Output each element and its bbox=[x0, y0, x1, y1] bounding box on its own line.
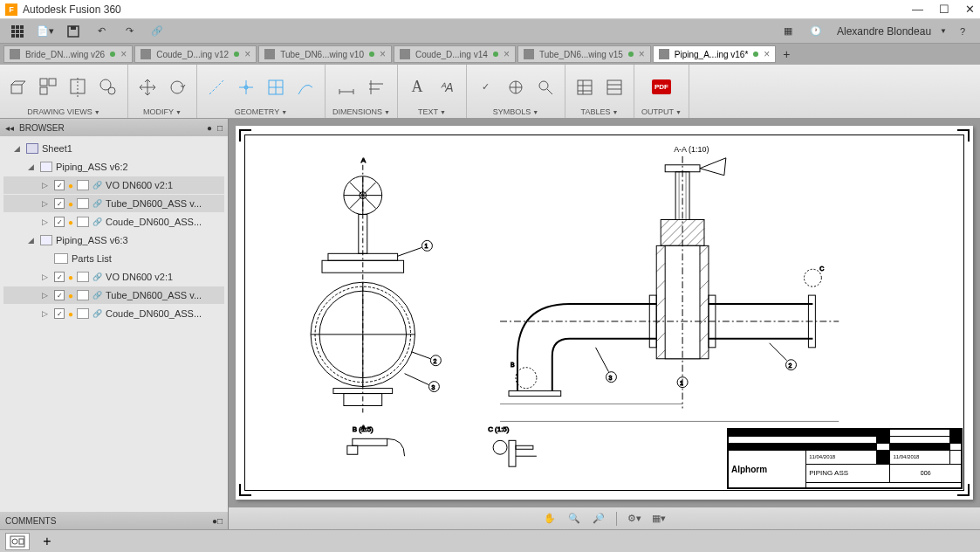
svg-text:2: 2 bbox=[433, 358, 436, 364]
tree-node[interactable]: ▷✓●🔗Coude_DN600_ASS... bbox=[3, 305, 224, 322]
centermark-pattern-button[interactable] bbox=[264, 73, 288, 101]
browser-tree[interactable]: ◢Sheet1◢Piping_ASS v6:2▷✓●🔗VO DN600 v2:1… bbox=[0, 136, 228, 512]
quick-access-bar: 📄▾ ↶ ↷ 🔗 ▦ 🕐 Alexandre Blondeau▼ ? bbox=[0, 19, 980, 44]
centerline-button[interactable] bbox=[204, 73, 229, 101]
svg-line-83 bbox=[687, 228, 704, 245]
leader-text-button[interactable]: ᴬA bbox=[435, 73, 459, 101]
detail-view-button[interactable] bbox=[96, 73, 120, 101]
svg-rect-1 bbox=[16, 25, 19, 29]
tab-coude2[interactable]: Coude_D...ing v14× bbox=[394, 45, 516, 63]
ordinate-button[interactable] bbox=[364, 73, 388, 101]
svg-point-36 bbox=[539, 81, 548, 90]
zoom-button[interactable]: 🔍 bbox=[564, 510, 585, 528]
dimension-button[interactable] bbox=[334, 73, 359, 101]
zoom-window-button[interactable]: 🔎 bbox=[588, 510, 609, 528]
tree-node[interactable]: ▷✓●🔗Tube_DN600_ASS v... bbox=[3, 286, 224, 304]
svg-rect-14 bbox=[40, 87, 47, 94]
redo-button[interactable]: ↷ bbox=[117, 22, 141, 41]
tree-node[interactable]: ▷✓●🔗VO DN600 v2:1 bbox=[3, 268, 224, 286]
close-icon[interactable]: × bbox=[504, 48, 510, 60]
file-button[interactable]: 📄▾ bbox=[33, 22, 58, 41]
grid-button[interactable] bbox=[5, 22, 30, 41]
svg-rect-42 bbox=[607, 80, 621, 94]
balloon-button[interactable] bbox=[533, 73, 558, 101]
centermark-button[interactable] bbox=[234, 73, 258, 101]
close-icon[interactable]: × bbox=[639, 48, 645, 60]
collapse-icon[interactable]: ◂◂ bbox=[5, 123, 14, 133]
svg-rect-125 bbox=[347, 445, 358, 454]
clock-button[interactable]: 🕐 bbox=[804, 22, 828, 41]
svg-line-78 bbox=[661, 219, 669, 228]
svg-rect-10 bbox=[71, 26, 76, 30]
tab-tube1[interactable]: Tube_DN6...wing v10× bbox=[258, 45, 392, 63]
move-button[interactable] bbox=[135, 73, 160, 101]
svg-line-89 bbox=[656, 280, 665, 289]
close-icon[interactable]: × bbox=[764, 48, 770, 60]
svg-line-93 bbox=[656, 350, 665, 359]
close-icon[interactable]: × bbox=[244, 48, 250, 60]
section-view-button[interactable] bbox=[66, 73, 91, 101]
extensions-button[interactable]: ▦ bbox=[776, 22, 800, 41]
add-sheet-button[interactable]: + bbox=[35, 533, 59, 550]
ribbon-tables: TABLES▼ bbox=[565, 65, 634, 118]
tree-node[interactable]: ◢Sheet1 bbox=[3, 140, 224, 157]
ribbon-dimensions: DIMENSIONS▼ bbox=[326, 65, 398, 118]
canvas[interactable]: A-A (1:10) A 1 bbox=[229, 119, 980, 529]
svg-point-19 bbox=[171, 81, 183, 93]
refresh-icon[interactable]: □ bbox=[217, 123, 223, 133]
tree-node[interactable]: ▷✓●🔗Tube_DN600_ASS v... bbox=[3, 195, 224, 212]
title-block: Alphorm11/04/201811/04/2018 PIPING ASS00… bbox=[727, 428, 963, 489]
svg-rect-128 bbox=[509, 440, 516, 466]
display-settings-button[interactable]: ⚙▾ bbox=[624, 510, 645, 528]
rotate-button[interactable] bbox=[165, 73, 189, 101]
svg-text:1: 1 bbox=[680, 380, 683, 386]
tree-node[interactable]: ◢Piping_ASS v6:3 bbox=[3, 231, 224, 249]
surface-button[interactable]: ✓ bbox=[474, 73, 498, 101]
datum-button[interactable] bbox=[504, 73, 528, 101]
projected-view-button[interactable] bbox=[37, 73, 61, 101]
help-button[interactable]: ? bbox=[950, 22, 975, 41]
svg-line-98 bbox=[700, 315, 709, 324]
drawing-sheet[interactable]: A-A (1:10) A 1 bbox=[236, 126, 973, 500]
tree-node[interactable]: ▷✓●🔗VO DN600 v2:1 bbox=[3, 176, 224, 194]
svg-point-132 bbox=[12, 539, 17, 544]
link-button[interactable]: 🔗 bbox=[145, 22, 169, 41]
svg-line-90 bbox=[656, 298, 665, 307]
tab-piping[interactable]: Piping_A...ing v16*× bbox=[653, 45, 777, 63]
svg-line-111 bbox=[596, 348, 609, 372]
svg-line-82 bbox=[678, 219, 704, 245]
tab-coude1[interactable]: Coude_D...ing v12× bbox=[134, 45, 257, 63]
table-button[interactable] bbox=[572, 73, 597, 101]
app-title: Autodesk Fusion 360 bbox=[23, 3, 912, 16]
undo-button[interactable]: ↶ bbox=[89, 22, 113, 41]
user-menu[interactable]: Alexandre Blondeau bbox=[832, 25, 936, 38]
svg-line-87 bbox=[656, 245, 665, 254]
svg-line-95 bbox=[700, 263, 709, 272]
parts-list-button[interactable] bbox=[602, 73, 627, 101]
svg-point-119 bbox=[516, 368, 537, 389]
pdf-button[interactable]: PDF bbox=[646, 72, 677, 103]
browser-header[interactable]: ◂◂ BROWSER ● □ bbox=[0, 119, 228, 136]
svg-line-79 bbox=[661, 219, 678, 237]
gear-icon[interactable]: ● bbox=[207, 123, 212, 133]
save-button[interactable] bbox=[61, 22, 86, 41]
close-icon[interactable]: × bbox=[380, 48, 386, 60]
tree-node[interactable]: ◢Piping_ASS v6:2 bbox=[3, 158, 224, 176]
svg-rect-7 bbox=[16, 34, 19, 38]
new-tab-button[interactable]: + bbox=[778, 47, 795, 61]
tree-node[interactable]: Parts List bbox=[3, 250, 224, 267]
tab-bride[interactable]: Bride_DN...wing v26× bbox=[3, 45, 133, 63]
close-button[interactable]: ✕ bbox=[965, 3, 975, 16]
base-view-button[interactable] bbox=[7, 73, 31, 101]
text-button[interactable]: A bbox=[405, 73, 429, 101]
comments-header[interactable]: COMMENTS ● □ bbox=[0, 512, 228, 529]
sheet-thumb[interactable] bbox=[5, 533, 30, 550]
minimize-button[interactable]: — bbox=[912, 3, 923, 16]
tab-tube2[interactable]: Tube_DN6...wing v15× bbox=[517, 45, 651, 63]
pan-button[interactable]: ✋ bbox=[539, 510, 560, 528]
maximize-button[interactable]: ☐ bbox=[939, 3, 949, 16]
edge-extension-button[interactable] bbox=[293, 73, 318, 101]
grid-settings-button[interactable]: ▦▾ bbox=[648, 510, 669, 528]
close-icon[interactable]: × bbox=[120, 48, 127, 60]
tree-node[interactable]: ▷✓●🔗Coude_DN600_ASS... bbox=[3, 213, 224, 231]
